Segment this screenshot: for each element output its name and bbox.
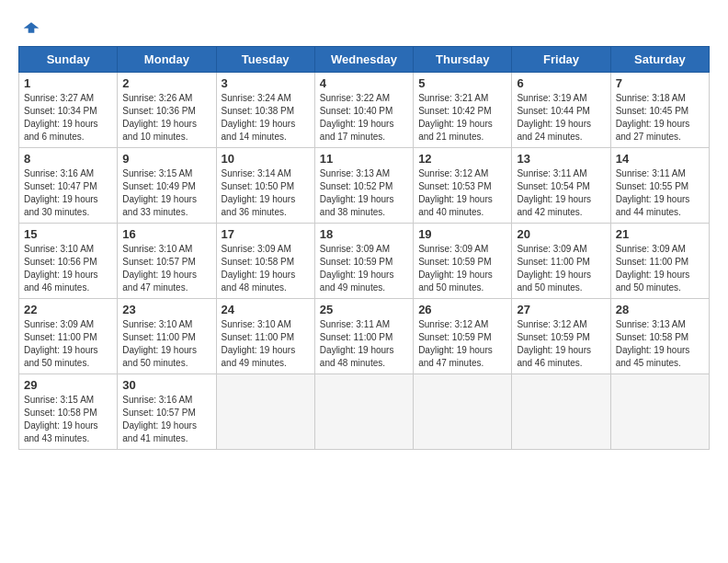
day-header-sunday: Sunday <box>19 47 118 73</box>
day-number: 2 <box>122 76 210 90</box>
cell-content: Sunrise: 3:09 AMSunset: 10:59 PMDaylight… <box>320 243 408 294</box>
cell-content: Sunrise: 3:15 AMSunset: 10:58 PMDaylight… <box>24 394 112 445</box>
day-number: 5 <box>418 76 506 90</box>
calendar-cell: 9 Sunrise: 3:15 AMSunset: 10:49 PMDaylig… <box>118 148 216 224</box>
calendar-cell: 21 Sunrise: 3:09 AMSunset: 11:00 PMDayli… <box>610 224 709 299</box>
day-number: 26 <box>418 303 506 316</box>
calendar-cell: 23 Sunrise: 3:10 AMSunset: 11:00 PMDayli… <box>118 299 216 374</box>
calendar-cell: 10 Sunrise: 3:14 AMSunset: 10:50 PMDayli… <box>216 148 314 224</box>
cell-content: Sunrise: 3:10 AMSunset: 10:57 PMDaylight… <box>122 243 210 294</box>
cell-content: Sunrise: 3:11 AMSunset: 11:00 PMDaylight… <box>320 318 408 370</box>
cell-content: Sunrise: 3:16 AMSunset: 10:57 PMDaylight… <box>122 394 210 445</box>
day-number: 23 <box>122 303 210 316</box>
calendar-cell <box>610 374 709 450</box>
cell-content: Sunrise: 3:12 AMSunset: 10:53 PMDaylight… <box>418 167 506 219</box>
day-number: 3 <box>222 76 310 90</box>
calendar-cell: 11 Sunrise: 3:13 AMSunset: 10:52 PMDayli… <box>314 148 413 224</box>
calendar-table: SundayMondayTuesdayWednesdayThursdayFrid… <box>18 46 710 450</box>
cell-content: Sunrise: 3:12 AMSunset: 10:59 PMDaylight… <box>517 318 605 370</box>
day-number: 1 <box>24 76 112 90</box>
calendar-cell: 7 Sunrise: 3:18 AMSunset: 10:45 PMDaylig… <box>610 73 709 148</box>
calendar-cell: 25 Sunrise: 3:11 AMSunset: 11:00 PMDayli… <box>314 299 413 374</box>
calendar-cell: 16 Sunrise: 3:10 AMSunset: 10:57 PMDayli… <box>118 224 216 299</box>
day-number: 27 <box>517 303 605 316</box>
day-number: 9 <box>122 152 210 166</box>
calendar-cell: 30 Sunrise: 3:16 AMSunset: 10:57 PMDayli… <box>118 374 216 450</box>
day-number: 12 <box>418 152 506 166</box>
day-header-saturday: Saturday <box>610 47 709 73</box>
day-number: 11 <box>320 152 408 166</box>
calendar-cell: 29 Sunrise: 3:15 AMSunset: 10:58 PMDayli… <box>19 374 118 450</box>
logo-icon <box>22 18 40 37</box>
calendar-cell: 18 Sunrise: 3:09 AMSunset: 10:59 PMDayli… <box>314 224 413 299</box>
cell-content: Sunrise: 3:09 AMSunset: 11:00 PMDaylight… <box>517 243 605 294</box>
cell-content: Sunrise: 3:16 AMSunset: 10:47 PMDaylight… <box>24 167 112 219</box>
calendar-cell: 12 Sunrise: 3:12 AMSunset: 10:53 PMDayli… <box>414 148 512 224</box>
day-number: 10 <box>222 152 310 166</box>
cell-content: Sunrise: 3:24 AMSunset: 10:38 PMDaylight… <box>222 92 310 144</box>
cell-content: Sunrise: 3:11 AMSunset: 10:54 PMDaylight… <box>517 167 605 219</box>
calendar-cell: 24 Sunrise: 3:10 AMSunset: 11:00 PMDayli… <box>216 299 314 374</box>
calendar-cell <box>314 374 413 450</box>
calendar-cell <box>512 374 610 450</box>
day-number: 18 <box>320 227 408 241</box>
cell-content: Sunrise: 3:10 AMSunset: 11:00 PMDaylight… <box>222 318 310 370</box>
day-number: 4 <box>320 76 408 90</box>
calendar-cell: 8 Sunrise: 3:16 AMSunset: 10:47 PMDaylig… <box>19 148 118 224</box>
day-header-thursday: Thursday <box>414 47 512 73</box>
calendar-cell: 20 Sunrise: 3:09 AMSunset: 11:00 PMDayli… <box>512 224 610 299</box>
calendar-cell: 2 Sunrise: 3:26 AMSunset: 10:36 PMDaylig… <box>118 73 216 148</box>
day-number: 19 <box>418 227 506 241</box>
page-header <box>18 18 710 37</box>
day-number: 28 <box>616 303 704 316</box>
cell-content: Sunrise: 3:09 AMSunset: 11:00 PMDaylight… <box>24 318 112 370</box>
cell-content: Sunrise: 3:18 AMSunset: 10:45 PMDaylight… <box>616 92 704 144</box>
day-number: 8 <box>24 152 112 166</box>
calendar-cell: 15 Sunrise: 3:10 AMSunset: 10:56 PMDayli… <box>19 224 118 299</box>
day-number: 17 <box>222 227 310 241</box>
cell-content: Sunrise: 3:22 AMSunset: 10:40 PMDaylight… <box>320 92 408 144</box>
day-number: 7 <box>616 76 704 90</box>
cell-content: Sunrise: 3:09 AMSunset: 11:00 PMDaylight… <box>616 243 704 294</box>
day-header-friday: Friday <box>512 47 610 73</box>
day-number: 30 <box>122 378 210 392</box>
day-number: 29 <box>24 378 112 392</box>
cell-content: Sunrise: 3:13 AMSunset: 10:58 PMDaylight… <box>616 318 704 370</box>
day-header-wednesday: Wednesday <box>314 47 413 73</box>
day-number: 24 <box>222 303 310 316</box>
day-number: 14 <box>616 152 704 166</box>
cell-content: Sunrise: 3:10 AMSunset: 10:56 PMDaylight… <box>24 243 112 294</box>
calendar-cell: 22 Sunrise: 3:09 AMSunset: 11:00 PMDayli… <box>19 299 118 374</box>
calendar-cell: 4 Sunrise: 3:22 AMSunset: 10:40 PMDaylig… <box>314 73 413 148</box>
calendar-cell: 13 Sunrise: 3:11 AMSunset: 10:54 PMDayli… <box>512 148 610 224</box>
cell-content: Sunrise: 3:21 AMSunset: 10:42 PMDaylight… <box>418 92 506 144</box>
day-number: 16 <box>122 227 210 241</box>
calendar-cell: 27 Sunrise: 3:12 AMSunset: 10:59 PMDayli… <box>512 299 610 374</box>
day-number: 20 <box>517 227 605 241</box>
calendar-cell: 19 Sunrise: 3:09 AMSunset: 10:59 PMDayli… <box>414 224 512 299</box>
calendar-cell: 3 Sunrise: 3:24 AMSunset: 10:38 PMDaylig… <box>216 73 314 148</box>
day-number: 15 <box>24 227 112 241</box>
cell-content: Sunrise: 3:26 AMSunset: 10:36 PMDaylight… <box>122 92 210 144</box>
day-number: 21 <box>616 227 704 241</box>
day-header-monday: Monday <box>118 47 216 73</box>
cell-content: Sunrise: 3:10 AMSunset: 11:00 PMDaylight… <box>122 318 210 370</box>
logo <box>18 18 40 37</box>
cell-content: Sunrise: 3:11 AMSunset: 10:55 PMDaylight… <box>616 167 704 219</box>
cell-content: Sunrise: 3:09 AMSunset: 10:59 PMDaylight… <box>418 243 506 294</box>
cell-content: Sunrise: 3:09 AMSunset: 10:58 PMDaylight… <box>222 243 310 294</box>
day-number: 25 <box>320 303 408 316</box>
day-header-tuesday: Tuesday <box>216 47 314 73</box>
calendar-cell: 1 Sunrise: 3:27 AMSunset: 10:34 PMDaylig… <box>19 73 118 148</box>
calendar-cell: 14 Sunrise: 3:11 AMSunset: 10:55 PMDayli… <box>610 148 709 224</box>
cell-content: Sunrise: 3:15 AMSunset: 10:49 PMDaylight… <box>122 167 210 219</box>
day-number: 6 <box>517 76 605 90</box>
calendar-cell: 17 Sunrise: 3:09 AMSunset: 10:58 PMDayli… <box>216 224 314 299</box>
calendar-cell: 28 Sunrise: 3:13 AMSunset: 10:58 PMDayli… <box>610 299 709 374</box>
calendar-cell <box>414 374 512 450</box>
day-number: 22 <box>24 303 112 316</box>
cell-content: Sunrise: 3:12 AMSunset: 10:59 PMDaylight… <box>418 318 506 370</box>
calendar-cell: 5 Sunrise: 3:21 AMSunset: 10:42 PMDaylig… <box>414 73 512 148</box>
day-number: 13 <box>517 152 605 166</box>
calendar-cell: 26 Sunrise: 3:12 AMSunset: 10:59 PMDayli… <box>414 299 512 374</box>
